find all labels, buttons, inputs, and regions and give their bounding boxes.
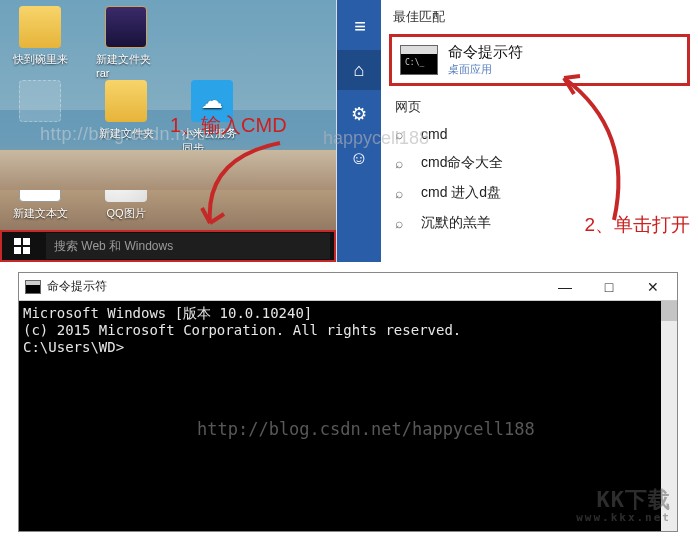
search-icon: ⌕ [395,185,411,201]
search-placeholder: 搜索 Web 和 Windows [54,238,173,255]
console-line: Microsoft Windows [版本 10.0.10240] [23,305,673,322]
result-text: cmd命令大全 [421,154,503,172]
minimize-button[interactable]: — [543,273,587,301]
result-text: cmd 进入d盘 [421,184,501,202]
svg-rect-0 [14,238,21,245]
desktop-wallpaper: 快到碗里来 新建文件夹rar 新建文件夹 ☁小米云服务同步 新建文本文 QQ图片… [0,0,336,262]
best-match-subtitle: 桌面应用 [448,62,523,77]
folder-icon [19,6,61,48]
console-line: (c) 2015 Microsoft Corporation. All righ… [23,322,673,339]
search-icon: ⌕ [395,215,411,231]
desktop-icon[interactable]: 新建文本文 [10,160,70,221]
text-file-icon [19,160,61,202]
home-icon[interactable]: ⌂ [337,50,381,90]
kkx-watermark: KK下载 www.kkx.net [576,491,671,527]
start-button[interactable] [2,230,42,262]
icon-label: QQ图片 [106,206,145,221]
console-prompt: C:\Users\WD> [23,339,673,356]
console-output[interactable]: Microsoft Windows [版本 10.0.10240] (c) 20… [19,301,677,531]
search-results-panel: ≡ ⌂ ⚙ ☺ 最佳匹配 命令提示符 桌面应用 网页 ⌕cmd ⌕cmd命令大全… [336,0,698,262]
cmd-app-icon [400,45,438,75]
search-icon: ⌕ [395,155,411,171]
taskbar-search-input[interactable]: 搜索 Web 和 Windows [46,233,330,259]
annotation-step2: 2、单击打开 [584,212,690,238]
qq-icon [105,160,147,202]
best-match-title: 命令提示符 [448,43,523,62]
windows-logo-icon [14,238,30,254]
window-title: 命令提示符 [47,278,107,295]
arrow-annotation-icon [200,138,336,233]
kkx-sub: www.kkx.net [576,509,671,527]
maximize-button[interactable]: □ [587,273,631,301]
icon-label: 新建文本文 [13,206,68,221]
watermark-text: http://blog.csdn.net/happycell188 [197,419,535,439]
icon-label: 新建文件夹rar [96,52,156,79]
desktop-icon[interactable]: 快到碗里来 [10,6,70,79]
svg-rect-2 [14,247,21,254]
annotation-step1: 1、输入CMD [170,112,287,139]
svg-rect-3 [23,247,30,254]
blank-icon [19,80,61,122]
svg-rect-1 [23,238,30,245]
rar-icon [105,6,147,48]
result-text: 沉默的羔羊 [421,214,491,232]
close-button[interactable]: ✕ [631,273,675,301]
search-result-row[interactable]: ⌕cmd命令大全 [381,148,698,178]
desktop-icon[interactable]: 新建文件夹rar [96,6,156,79]
taskbar: 搜索 Web 和 Windows [0,230,336,262]
hamburger-icon[interactable]: ≡ [337,6,381,46]
web-section-label: 网页 [381,94,698,120]
icon-label: 快到碗里来 [13,52,68,67]
window-titlebar[interactable]: 命令提示符 — □ ✕ [19,273,677,301]
watermark-text: happycell188 [323,128,429,149]
best-match-item[interactable]: 命令提示符 桌面应用 [389,34,690,86]
folder-icon [105,80,147,122]
search-result-row[interactable]: ⌕cmd 进入d盘 [381,178,698,208]
scrollbar-thumb[interactable] [661,301,677,321]
results-header: 最佳匹配 [381,0,698,32]
desktop-icon[interactable]: QQ图片 [96,160,156,221]
cmd-titlebar-icon [25,280,41,294]
cmd-window: 命令提示符 — □ ✕ Microsoft Windows [版本 10.0.1… [18,272,678,532]
